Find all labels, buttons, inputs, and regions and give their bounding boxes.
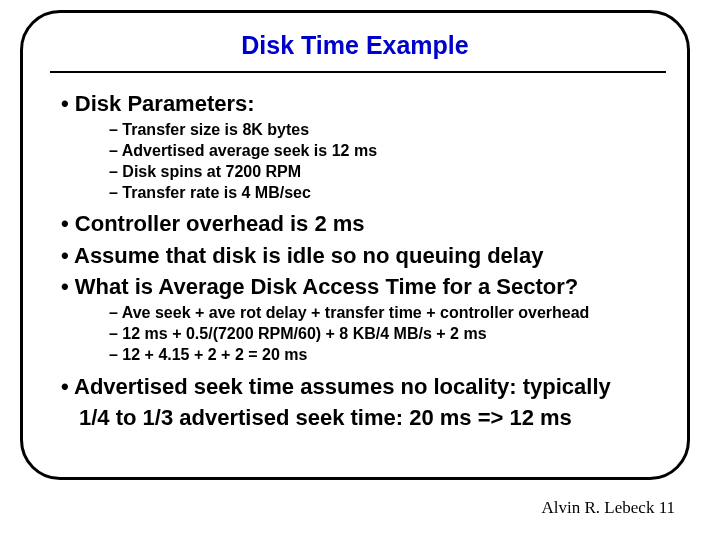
- bullet-assume-idle: Assume that disk is idle so no queuing d…: [61, 243, 671, 268]
- sub-item: Transfer rate is 4 MB/sec: [109, 183, 671, 204]
- sub-list-parameters: Transfer size is 8K bytes Advertised ave…: [109, 120, 671, 203]
- slide-frame: Disk Time Example Disk Parameters: Trans…: [20, 10, 690, 480]
- sub-item: Ave seek + ave rot delay + transfer time…: [109, 303, 671, 324]
- slide-footer: Alvin R. Lebeck 11: [542, 498, 675, 518]
- bullet-controller-overhead: Controller overhead is 2 ms: [61, 211, 671, 236]
- slide-title: Disk Time Example: [23, 31, 687, 60]
- sub-item: 12 ms + 0.5/(7200 RPM/60) + 8 KB/4 MB/s …: [109, 324, 671, 345]
- sub-item: Advertised average seek is 12 ms: [109, 141, 671, 162]
- sub-list-calculation: Ave seek + ave rot delay + transfer time…: [109, 303, 671, 365]
- bullet-question: What is Average Disk Access Time for a S…: [61, 274, 671, 299]
- title-rule: [50, 71, 666, 73]
- slide-content: Disk Parameters: Transfer size is 8K byt…: [61, 85, 671, 434]
- sub-item: 12 + 4.15 + 2 + 2 = 20 ms: [109, 345, 671, 366]
- sub-item: Disk spins at 7200 RPM: [109, 162, 671, 183]
- bullet-advertised-seek-cont: 1/4 to 1/3 advertised seek time: 20 ms =…: [61, 405, 671, 430]
- bullet-disk-parameters: Disk Parameters:: [61, 91, 671, 116]
- sub-item: Transfer size is 8K bytes: [109, 120, 671, 141]
- bullet-advertised-seek: Advertised seek time assumes no locality…: [61, 374, 671, 399]
